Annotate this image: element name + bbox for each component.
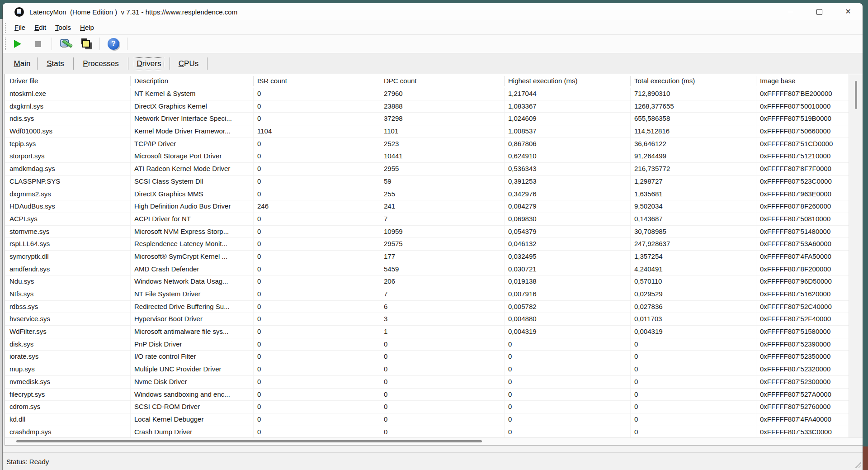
cell-description: Resplendence Latency Monit... — [131, 238, 254, 250]
cell-image-base: 0xFFFFF807'96D50000 — [756, 275, 849, 288]
run-button[interactable] — [11, 37, 24, 51]
column-header-driver-file[interactable]: Driver file — [5, 76, 131, 86]
table-row[interactable]: Wdf01000.sysKernel Mode Driver Framewor.… — [5, 125, 849, 138]
column-header-dpc-count[interactable]: DPC count — [380, 76, 505, 86]
cell-isr-count: 0 — [254, 338, 380, 351]
menu-tools[interactable]: Tools — [51, 22, 75, 33]
table-row[interactable]: Ntfs.sysNT File System Driver070,0079160… — [5, 288, 849, 301]
cell-dpc-count: 0 — [380, 426, 505, 438]
cell-total-execution-ms: 216,735772 — [631, 163, 756, 175]
cell-description: Hypervisor Boot Driver — [131, 313, 254, 325]
tab-cpus[interactable]: CPUs — [170, 53, 207, 74]
cell-highest-execution-ms: 0 — [505, 376, 631, 388]
tab-stats[interactable]: Stats — [38, 53, 73, 74]
cell-description: Microsoft Storage Port Driver — [131, 150, 254, 162]
latencymon-window: LatencyMon (Home Edition ) v 7.31 - http… — [3, 3, 863, 470]
cell-image-base: 0xFFFFF807'8F7F0000 — [756, 163, 849, 175]
column-header-image-base[interactable]: Image base — [756, 76, 849, 86]
column-header-highest-execution-ms[interactable]: Highest execution (ms) — [505, 76, 631, 86]
toolbar-gripper[interactable] — [5, 38, 6, 50]
cell-total-execution-ms: 0,004319 — [631, 326, 756, 338]
table-row[interactable]: rspLLL64.sysResplendence Latency Monit..… — [5, 238, 849, 251]
table-row[interactable]: amdkmdag.sysATI Radeon Kernel Mode Drive… — [5, 163, 849, 176]
maximize-button[interactable] — [805, 3, 834, 20]
table-row[interactable]: rdbss.sysRedirected Drive Buffering Su..… — [5, 301, 849, 313]
tools-options-button[interactable] — [59, 37, 72, 51]
help-icon: ? — [108, 38, 119, 50]
tab-main[interactable]: Main — [7, 53, 37, 74]
copy-report-button[interactable] — [79, 37, 93, 51]
table-row[interactable]: CLASSPNP.SYSSCSI Class System Dll0590,39… — [5, 176, 849, 188]
cell-image-base: 0xFFFFF807'519B0000 — [756, 113, 849, 125]
table-row[interactable]: crashdmp.sysCrash Dump Driver00000xFFFFF… — [5, 426, 849, 438]
cell-total-execution-ms: 0 — [631, 338, 756, 351]
help-button[interactable]: ? — [107, 37, 120, 51]
cell-total-execution-ms: 1268,377655 — [631, 100, 756, 113]
table-row[interactable]: symcryptk.dllMicrosoft® SymCrypt Kernel … — [5, 251, 849, 263]
vertical-scrollbar-thumb[interactable] — [855, 81, 857, 109]
cell-driver-file: iorate.sys — [5, 351, 131, 363]
vertical-scrollbar[interactable] — [849, 74, 863, 438]
cell-image-base: 0xFFFFF807'53A60000 — [756, 238, 849, 250]
cell-driver-file: WdFilter.sys — [5, 326, 131, 338]
cell-highest-execution-ms: 0 — [505, 338, 631, 351]
cell-driver-file: Ntfs.sys — [5, 288, 131, 300]
cell-image-base: 0xFFFFF807'52C40000 — [756, 301, 849, 313]
table-row[interactable]: tcpip.sysTCP/IP Driver025230,86780636,64… — [5, 138, 849, 151]
column-header-total-execution-ms[interactable]: Total execution (ms) — [631, 76, 756, 86]
horizontal-scrollbar-thumb[interactable] — [16, 440, 482, 442]
table-row[interactable]: iorate.sysI/O rate control Filter00000xF… — [5, 351, 849, 363]
cell-dpc-count: 7 — [380, 213, 505, 225]
column-header-isr-count[interactable]: ISR count — [254, 76, 380, 86]
table-row[interactable]: Ndu.sysWindows Network Data Usag...02060… — [5, 275, 849, 288]
resize-grip[interactable] — [854, 461, 861, 468]
menu-edit[interactable]: Edit — [30, 22, 51, 33]
table-row[interactable]: mup.sysMultiple UNC Provider Driver00000… — [5, 363, 849, 376]
table-row[interactable]: cdrom.sysSCSI CD-ROM Driver00000xFFFFF80… — [5, 401, 849, 413]
cell-driver-file: dxgmms2.sys — [5, 188, 131, 200]
cell-highest-execution-ms: 0,004880 — [505, 313, 631, 325]
table-row[interactable]: nvmedisk.sysNvme Disk Driver00000xFFFFF8… — [5, 376, 849, 389]
table-row[interactable]: kd.dllLocal Kernel Debugger00000xFFFFF80… — [5, 413, 849, 426]
cell-isr-count: 0 — [254, 288, 380, 300]
cell-isr-count: 0 — [254, 376, 380, 388]
table-row[interactable]: amdfendr.sysAMD Crash Defender054590,030… — [5, 263, 849, 276]
table-row[interactable]: dxgmms2.sysDirectX Graphics MMS02550,342… — [5, 188, 849, 201]
minimize-button[interactable] — [776, 3, 805, 20]
table-row[interactable]: ntoskrnl.exeNT Kernel & System0279601,21… — [5, 88, 849, 100]
table-row[interactable]: dxgkrnl.sysDirectX Graphics Kernel023888… — [5, 100, 849, 113]
cell-highest-execution-ms: 0,005782 — [505, 301, 631, 313]
cell-dpc-count: 10959 — [380, 226, 505, 238]
play-icon — [14, 40, 21, 48]
menubar-gripper[interactable] — [5, 23, 6, 33]
table-row[interactable]: stornvme.sysMicrosoft NVM Express Storp.… — [5, 226, 849, 238]
table-row[interactable]: filecrypt.sysWindows sandboxing and enc.… — [5, 389, 849, 401]
table-row[interactable]: disk.sysPnP Disk Driver00000xFFFFF807'52… — [5, 338, 849, 351]
toolbar-separator — [127, 38, 127, 50]
menu-file[interactable]: File — [10, 22, 30, 33]
close-button[interactable]: ✕ — [834, 3, 863, 20]
stop-button[interactable] — [31, 37, 45, 51]
tab-drivers[interactable]: Drivers — [128, 53, 170, 74]
table-row[interactable]: hvservice.sysHypervisor Boot Driver030,0… — [5, 313, 849, 326]
column-header-description[interactable]: Description — [131, 76, 254, 86]
horizontal-scrollbar[interactable] — [5, 437, 863, 445]
cell-image-base: 0xFFFFF807'8F200000 — [756, 263, 849, 275]
table-row[interactable]: HDAudBus.sysHigh Definition Audio Bus Dr… — [5, 200, 849, 213]
cell-isr-count: 1104 — [254, 125, 380, 138]
table-row[interactable]: ACPI.sysACPI Driver for NT070,0698300,14… — [5, 213, 849, 226]
cell-dpc-count: 255 — [380, 188, 505, 200]
table-row[interactable]: ndis.sysNetwork Driver Interface Speci..… — [5, 113, 849, 125]
cell-dpc-count: 0 — [380, 376, 505, 388]
cell-driver-file: nvmedisk.sys — [5, 376, 131, 388]
tab-label: CPUs — [175, 57, 202, 70]
menu-help[interactable]: Help — [75, 22, 99, 33]
cell-highest-execution-ms: 0,342976 — [505, 188, 631, 200]
cell-dpc-count: 10441 — [380, 150, 505, 162]
cell-description: I/O rate control Filter — [131, 351, 254, 363]
table-row[interactable]: storport.sysMicrosoft Storage Port Drive… — [5, 150, 849, 163]
cell-image-base: 0xFFFFF807'52760000 — [756, 401, 849, 413]
cell-driver-file: crashdmp.sys — [5, 426, 131, 438]
table-row[interactable]: WdFilter.sysMicrosoft antimalware file s… — [5, 326, 849, 338]
tab-processes[interactable]: Processes — [74, 53, 128, 74]
